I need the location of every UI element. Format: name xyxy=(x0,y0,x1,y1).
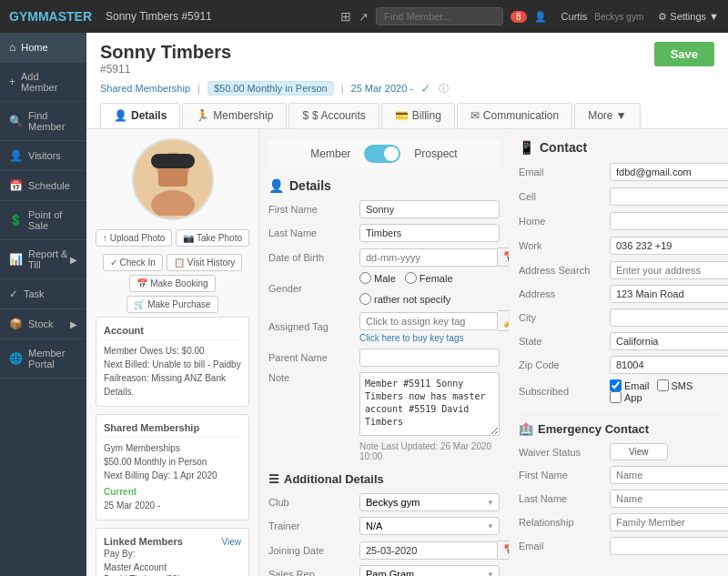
ec-first-name-label: First Name xyxy=(519,470,610,480)
address-row: Address xyxy=(519,285,719,303)
gender-female-radio[interactable] xyxy=(405,272,417,284)
user-gym: Beckys gym xyxy=(594,12,643,22)
billing-plan: $50.00 Monthly in Person xyxy=(104,455,241,469)
linked-view-link[interactable]: View xyxy=(222,537,242,547)
logo-gym: GYM xyxy=(9,9,38,24)
find-member-input[interactable] xyxy=(376,7,503,25)
state-input[interactable] xyxy=(610,332,728,350)
member-prospect-toggle[interactable] xyxy=(364,145,400,163)
last-name-input[interactable] xyxy=(359,224,500,242)
ec-first-name-input[interactable] xyxy=(610,466,728,484)
app-sub-option[interactable]: App xyxy=(610,391,642,403)
shared-membership-link[interactable]: Shared Membership xyxy=(100,83,190,94)
billing-badge: $50.00 Monthly in Person xyxy=(207,81,334,96)
trainer-select[interactable]: N/A xyxy=(359,517,500,535)
upload-photo-button[interactable]: ↑ Upload Photo xyxy=(96,229,172,247)
visit-history-button[interactable]: 📋 Visit History xyxy=(167,254,242,271)
email-input[interactable] xyxy=(610,163,728,181)
dob-input[interactable] xyxy=(359,248,498,267)
sms-sub-option[interactable]: SMS xyxy=(657,379,693,391)
tab-accounts[interactable]: $$ Accounts xyxy=(288,103,379,128)
app-sub-checkbox[interactable] xyxy=(610,391,622,403)
work-input[interactable] xyxy=(610,237,728,255)
city-label: City xyxy=(519,312,610,323)
sidebar-item-schedule[interactable]: 📅 Schedule xyxy=(0,171,86,201)
address-search-input[interactable] xyxy=(610,261,728,279)
sidebar-item-report-till[interactable]: 📊 Report & Till ▶ xyxy=(0,240,86,279)
save-button[interactable]: Save xyxy=(654,42,714,66)
tab-billing[interactable]: 💳Billing xyxy=(381,103,455,128)
note-textarea[interactable]: Member #5911 Sonny Timbers now has maste… xyxy=(359,372,500,436)
sidebar-item-point-of-sale[interactable]: 💲 Point of Sale xyxy=(0,201,86,240)
sidebar-item-task[interactable]: ✓ Task xyxy=(0,279,86,309)
sales-rep-select[interactable]: Pam Gram xyxy=(359,565,500,576)
joining-date-calendar-button[interactable]: 📅 xyxy=(498,541,510,560)
sidebar-item-visitors[interactable]: 👤 Visitors xyxy=(0,141,86,171)
toggle-slider xyxy=(364,145,400,163)
sidebar-item-add-member[interactable]: + Add Member xyxy=(0,63,86,102)
gender-other-option[interactable]: rather not specify xyxy=(359,293,450,305)
sidebar-label-visitors: Visitors xyxy=(28,150,61,161)
gender-options: Male Female rather not specify xyxy=(359,272,500,305)
check-in-button[interactable]: ✓ Check In xyxy=(103,254,163,271)
waiver-view-button[interactable]: View xyxy=(610,443,668,460)
tab-membership[interactable]: 🏃Membership xyxy=(182,103,287,128)
tab-details[interactable]: 👤Details xyxy=(100,103,180,128)
sidebar-label-find-member: Find Member xyxy=(28,110,77,132)
email-sub-option[interactable]: Email xyxy=(610,379,650,391)
last-name-row: Last Name xyxy=(268,224,500,242)
sidebar-item-home[interactable]: ⌂ Home xyxy=(0,33,86,63)
ec-relationship-input[interactable] xyxy=(610,513,728,531)
sep2: | xyxy=(341,83,344,94)
zip-input[interactable] xyxy=(610,356,728,374)
city-input[interactable] xyxy=(610,308,728,327)
home-icon: ⌂ xyxy=(9,41,15,54)
stock-icon: 📦 xyxy=(9,318,23,330)
svg-point-1 xyxy=(151,190,195,216)
gender-male-radio[interactable] xyxy=(359,272,371,284)
subscribed-options: Email SMS xyxy=(610,379,693,403)
home-input[interactable] xyxy=(610,212,728,230)
buy-keys-link[interactable]: Click here to buy key tags xyxy=(359,333,510,343)
schedule-icon: 📅 xyxy=(9,179,23,192)
user-name: Curtis xyxy=(561,11,588,22)
ec-email-input[interactable] xyxy=(610,537,728,555)
left-panel: ↑ Upload Photo 📷 Take Photo ✓ Check In 📋… xyxy=(86,129,259,576)
make-booking-button[interactable]: 📅 Make Booking xyxy=(129,275,215,292)
address-input[interactable] xyxy=(610,285,728,303)
gender-male-option[interactable]: Male xyxy=(359,272,396,284)
current-date: 25 Mar 2020 - xyxy=(104,499,241,512)
sidebar-item-member-portal[interactable]: 🌐 Member Portal xyxy=(0,339,86,379)
state-row: State xyxy=(519,332,719,350)
take-photo-button[interactable]: 📷 Take Photo xyxy=(176,229,249,247)
tag-input[interactable] xyxy=(359,312,498,330)
club-select[interactable]: Beckys gym xyxy=(359,493,500,511)
cell-input[interactable] xyxy=(610,187,728,206)
first-name-input[interactable] xyxy=(359,200,500,218)
make-purchase-button[interactable]: 🛒 Make Purchase xyxy=(126,296,217,313)
sms-sub-checkbox[interactable] xyxy=(657,379,669,391)
ec-last-name-input[interactable] xyxy=(610,490,728,508)
notification-badge[interactable]: 8 xyxy=(511,11,527,23)
gender-other-radio[interactable] xyxy=(359,293,371,305)
email-sub-checkbox[interactable] xyxy=(610,379,622,391)
dob-calendar-button[interactable]: 📅 xyxy=(498,248,510,267)
contact-icon: 📱 xyxy=(519,140,534,155)
dob-label: Date of Birth xyxy=(268,252,359,263)
member-info: Sonny Timbers #5911 xyxy=(100,42,231,76)
search-icon: 🔍 xyxy=(9,115,23,127)
sidebar-item-stock[interactable]: 📦 Stock ▶ xyxy=(0,309,86,339)
tab-communication[interactable]: ✉Communication xyxy=(457,103,572,128)
check-icon: ✓ xyxy=(420,81,431,96)
tab-more[interactable]: More ▼ xyxy=(574,103,641,128)
app-wrapper: GYMMASTER Sonny Timbers #5911 ⊞ ↗ 8 👤 Cu… xyxy=(0,0,728,576)
sales-rep-select-wrapper: Pam Gram xyxy=(359,565,500,576)
settings-button[interactable]: ⚙ Settings ▼ xyxy=(658,11,719,23)
ec-email-label: Email xyxy=(519,541,610,551)
sidebar-item-find-member[interactable]: 🔍 Find Member xyxy=(0,102,86,141)
parent-name-input[interactable] xyxy=(359,349,500,367)
booking-buttons: 📅 Make Booking 🛒 Make Purchase xyxy=(96,275,249,313)
gender-female-option[interactable]: Female xyxy=(405,272,453,284)
tag-icon-button[interactable]: 🔑 xyxy=(498,310,510,331)
joining-date-input[interactable] xyxy=(359,541,498,560)
